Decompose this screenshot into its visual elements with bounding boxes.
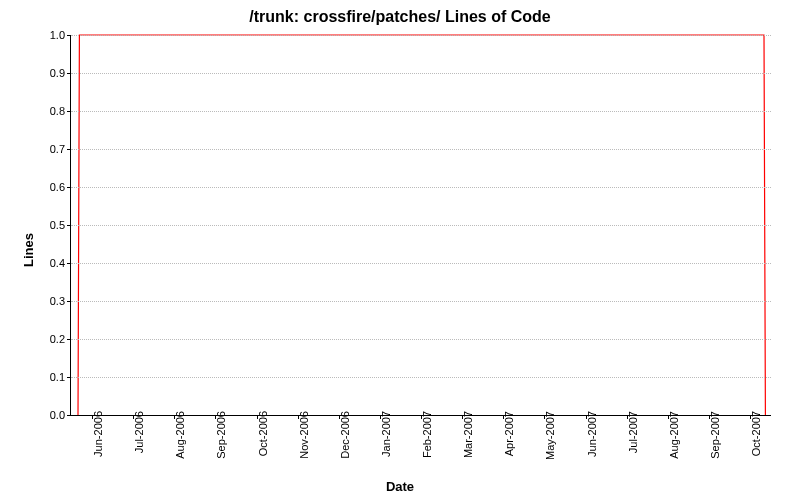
x-tick-label: Oct-2007 xyxy=(750,411,762,456)
y-tick-mark xyxy=(67,377,71,378)
x-tick-label: Jul-2007 xyxy=(627,411,639,453)
grid-line xyxy=(71,187,771,188)
y-tick-mark xyxy=(67,111,71,112)
y-tick-label: 0.4 xyxy=(37,257,65,269)
x-axis-label: Date xyxy=(0,479,800,494)
y-tick-label: 0.3 xyxy=(37,295,65,307)
chart-title: /trunk: crossfire/patches/ Lines of Code xyxy=(0,8,800,26)
grid-line xyxy=(71,35,771,36)
y-tick-label: 0.6 xyxy=(37,181,65,193)
y-tick-mark xyxy=(67,149,71,150)
y-tick-label: 0.9 xyxy=(37,67,65,79)
x-tick-label: Sep-2006 xyxy=(215,411,227,459)
x-tick-label: Apr-2007 xyxy=(503,411,515,456)
grid-line xyxy=(71,225,771,226)
y-tick-mark xyxy=(67,263,71,264)
y-tick-label: 0.1 xyxy=(37,371,65,383)
grid-line xyxy=(71,263,771,264)
x-tick-label: Jul-2006 xyxy=(133,411,145,453)
x-tick-label: Jun-2006 xyxy=(92,411,104,457)
chart-container: /trunk: crossfire/patches/ Lines of Code… xyxy=(0,0,800,500)
grid-line xyxy=(71,111,771,112)
y-axis-label: Lines xyxy=(21,233,36,267)
y-tick-mark xyxy=(67,415,71,416)
y-tick-label: 0.2 xyxy=(37,333,65,345)
grid-line xyxy=(71,149,771,150)
x-tick-label: Jun-2007 xyxy=(586,411,598,457)
y-tick-label: 0.0 xyxy=(37,409,65,421)
grid-line xyxy=(71,339,771,340)
x-tick-label: Nov-2006 xyxy=(298,411,310,459)
y-tick-mark xyxy=(67,187,71,188)
x-tick-label: Jan-2007 xyxy=(380,411,392,457)
x-tick-label: Feb-2007 xyxy=(421,411,433,458)
plot-area: 0.00.10.20.30.40.50.60.70.80.91.0Jun-200… xyxy=(70,35,771,416)
y-tick-mark xyxy=(67,339,71,340)
grid-line xyxy=(71,377,771,378)
y-tick-label: 1.0 xyxy=(37,29,65,41)
x-tick-label: Mar-2007 xyxy=(462,411,474,458)
x-tick-label: May-2007 xyxy=(544,411,556,460)
y-tick-label: 0.5 xyxy=(37,219,65,231)
x-tick-label: Aug-2007 xyxy=(668,411,680,459)
x-tick-label: Dec-2006 xyxy=(339,411,351,459)
grid-line xyxy=(71,301,771,302)
y-tick-mark xyxy=(67,301,71,302)
y-tick-label: 0.8 xyxy=(37,105,65,117)
y-tick-mark xyxy=(67,35,71,36)
y-tick-mark xyxy=(67,73,71,74)
y-tick-label: 0.7 xyxy=(37,143,65,155)
x-tick-label: Sep-2007 xyxy=(709,411,721,459)
grid-line xyxy=(71,73,771,74)
x-tick-label: Oct-2006 xyxy=(257,411,269,456)
y-tick-mark xyxy=(67,225,71,226)
x-tick-label: Aug-2006 xyxy=(174,411,186,459)
